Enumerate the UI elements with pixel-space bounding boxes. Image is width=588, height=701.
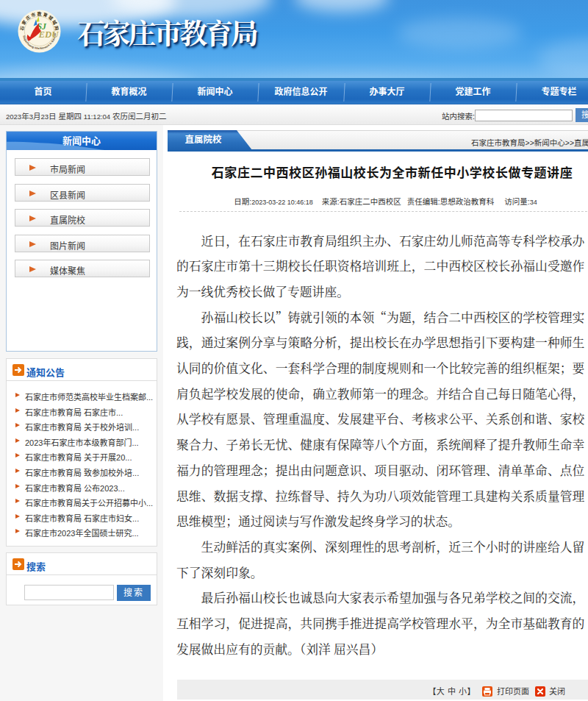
svg-text:EDU: EDU: [38, 29, 60, 40]
svg-text:教: 教: [37, 11, 42, 17]
